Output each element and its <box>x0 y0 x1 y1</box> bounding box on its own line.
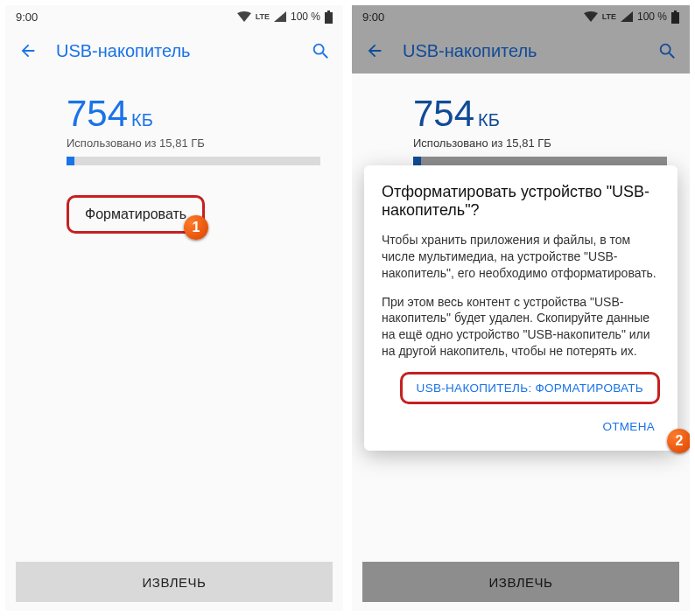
svg-point-6 <box>661 45 670 54</box>
battery-icon <box>671 10 679 24</box>
wifi-icon <box>237 11 251 22</box>
storage-progress <box>67 157 320 165</box>
annotation-2: 2 <box>667 429 690 453</box>
wifi-icon <box>584 11 598 22</box>
phone-left: 9:00 LTE 100 % USB-накопитель 754КБ Испо… <box>5 5 343 611</box>
storage-used: 754КБ <box>413 93 667 135</box>
phone-right: 9:00 LTE 100 % USB-накопитель 754КБ Испо… <box>352 5 690 611</box>
page-title: USB-накопитель <box>56 41 292 61</box>
dialog-confirm-button[interactable]: USB-НАКОПИТЕЛЬ: ФОРМАТИРОВАТЬ <box>400 372 660 404</box>
app-bar: USB-накопитель <box>352 28 690 74</box>
annotation-1: 1 <box>184 215 208 240</box>
search-button[interactable] <box>656 40 677 61</box>
app-bar: USB-накопитель <box>5 28 343 74</box>
signal-icon <box>274 11 286 22</box>
storage-amount: 754 <box>413 93 474 134</box>
svg-point-2 <box>314 45 324 54</box>
battery-label: 100 % <box>291 10 320 23</box>
status-time: 9:00 <box>362 10 384 24</box>
search-button[interactable] <box>310 40 331 61</box>
status-right: LTE 100 % <box>237 10 333 24</box>
storage-unit: КБ <box>131 110 153 130</box>
svg-rect-1 <box>327 10 330 12</box>
storage-unit: КБ <box>478 110 500 130</box>
status-bar: 9:00 LTE 100 % <box>352 5 690 28</box>
back-button[interactable] <box>18 40 39 61</box>
svg-line-3 <box>323 53 328 59</box>
svg-rect-5 <box>674 10 677 12</box>
eject-button[interactable]: ИЗВЛЕЧЬ <box>16 562 333 602</box>
storage-subtext: Использовано из 15,81 ГБ <box>67 136 320 150</box>
dialog-text-2: При этом весь контент с устройства "USB-… <box>382 294 660 360</box>
storage-panel: 754КБ Использовано из 15,81 ГБ Форматиро… <box>5 74 343 562</box>
storage-used: 754КБ <box>67 93 320 135</box>
svg-rect-0 <box>325 12 333 24</box>
network-label: LTE <box>602 12 616 21</box>
network-label: LTE <box>256 12 270 21</box>
dialog-title: Отформатировать устройство "USB-накопите… <box>382 183 660 220</box>
storage-progress <box>413 157 667 165</box>
status-bar: 9:00 LTE 100 % <box>5 5 343 28</box>
storage-amount: 754 <box>67 93 128 134</box>
format-dialog: Отформатировать устройство "USB-накопите… <box>364 165 677 451</box>
dialog-cancel-button[interactable]: ОТМЕНА <box>597 413 660 440</box>
dialog-text-1: Чтобы хранить приложения и файлы, в том … <box>382 232 660 282</box>
status-right: LTE 100 % <box>584 10 679 24</box>
status-time: 9:00 <box>16 10 38 24</box>
page-title: USB-накопитель <box>403 41 639 61</box>
dialog-actions: USB-НАКОПИТЕЛЬ: ФОРМАТИРОВАТЬ ОТМЕНА <box>382 372 660 440</box>
battery-icon <box>325 10 333 24</box>
back-button[interactable] <box>364 40 385 61</box>
storage-subtext: Использовано из 15,81 ГБ <box>413 136 667 150</box>
svg-rect-4 <box>671 12 679 24</box>
signal-icon <box>621 11 633 22</box>
battery-label: 100 % <box>637 10 667 23</box>
svg-line-7 <box>670 53 675 59</box>
eject-button[interactable]: ИЗВЛЕЧЬ <box>362 562 679 602</box>
